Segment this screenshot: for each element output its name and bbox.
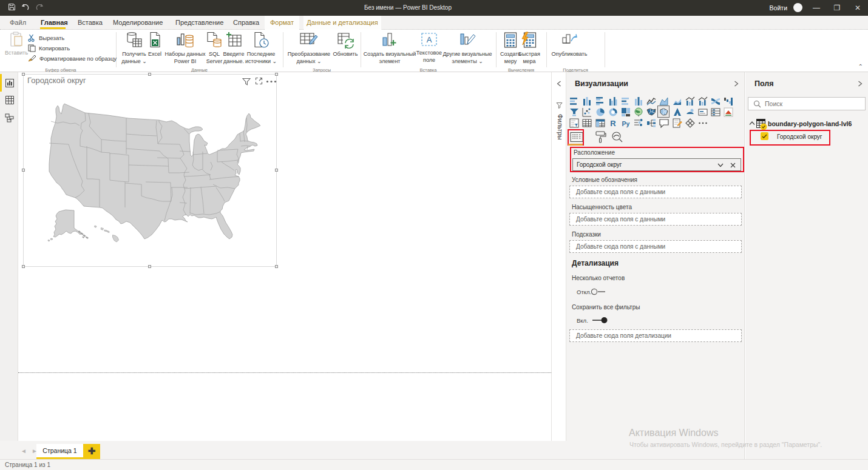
svg-text:A: A	[427, 35, 432, 44]
svg-text:Py: Py	[622, 119, 630, 127]
svg-text:R: R	[610, 119, 616, 128]
